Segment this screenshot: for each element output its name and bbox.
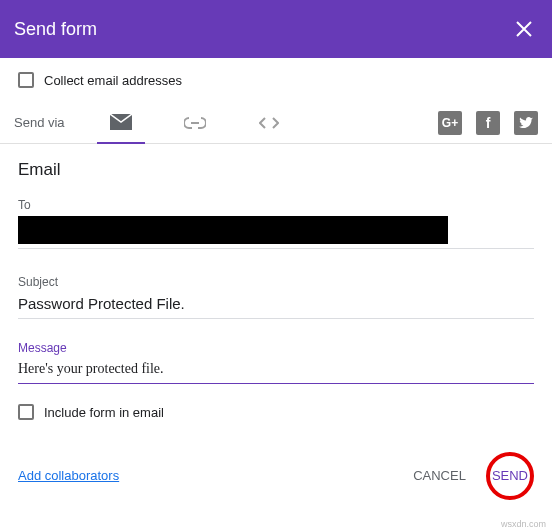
- send-via-label: Send via: [14, 115, 65, 130]
- message-label: Message: [18, 341, 534, 355]
- dialog-title: Send form: [14, 19, 97, 40]
- tab-link[interactable]: [171, 102, 219, 144]
- to-label: To: [18, 198, 534, 212]
- include-form-label: Include form in email: [44, 405, 164, 420]
- subject-label: Subject: [18, 275, 534, 289]
- share-facebook-icon[interactable]: f: [476, 111, 500, 135]
- to-field-wrap: [18, 216, 534, 249]
- watermark: wsxdn.com: [501, 519, 546, 529]
- send-via-row: Send via G+ f: [0, 102, 552, 144]
- tab-email[interactable]: [97, 102, 145, 144]
- social-share-group: G+ f: [438, 111, 538, 135]
- dialog-footer: Add collaborators CANCEL SEND: [0, 458, 552, 507]
- section-title: Email: [18, 160, 534, 180]
- add-collaborators-link[interactable]: Add collaborators: [18, 468, 119, 483]
- include-form-checkbox[interactable]: [18, 404, 34, 420]
- subject-input[interactable]: [18, 293, 534, 319]
- share-twitter-icon[interactable]: [514, 111, 538, 135]
- collect-emails-label: Collect email addresses: [44, 73, 182, 88]
- collect-emails-checkbox[interactable]: [18, 72, 34, 88]
- include-form-row: Include form in email: [18, 404, 534, 420]
- send-button[interactable]: SEND: [486, 458, 534, 493]
- tab-embed[interactable]: [245, 102, 293, 144]
- footer-buttons: CANCEL SEND: [409, 458, 534, 493]
- to-input[interactable]: [18, 216, 448, 244]
- embed-icon: [259, 117, 279, 129]
- share-googleplus-icon[interactable]: G+: [438, 111, 462, 135]
- mail-icon: [110, 114, 132, 130]
- message-input[interactable]: [18, 359, 534, 384]
- send-button-label: SEND: [492, 468, 528, 483]
- collect-emails-row: Collect email addresses: [0, 58, 552, 102]
- email-body: Email To Subject Message Include form in…: [0, 144, 552, 420]
- link-icon: [184, 117, 206, 129]
- cancel-button[interactable]: CANCEL: [409, 460, 470, 491]
- close-icon[interactable]: [516, 21, 532, 37]
- dialog-header: Send form: [0, 0, 552, 58]
